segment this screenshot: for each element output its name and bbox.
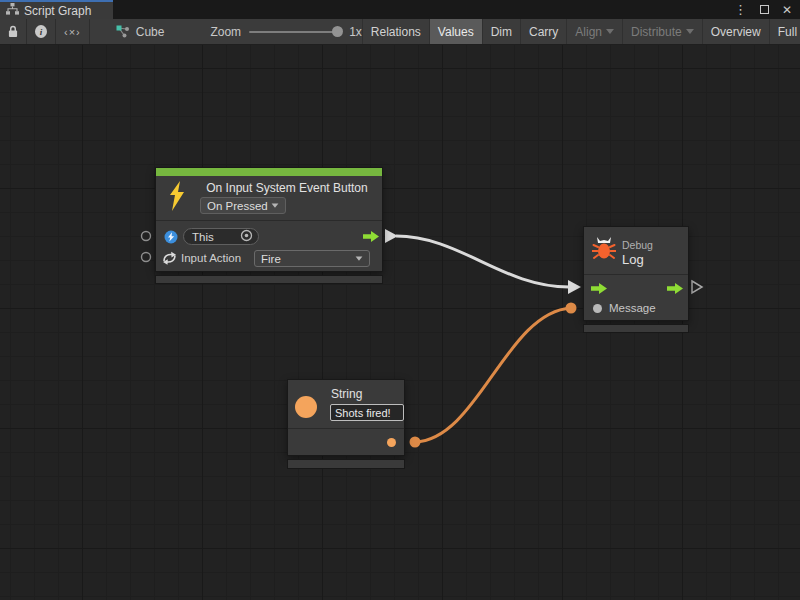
chevron-down-icon: [606, 29, 614, 34]
relations-button[interactable]: Relations: [362, 19, 429, 44]
carry-button[interactable]: Carry: [520, 19, 566, 44]
string-node-title: String: [331, 387, 362, 401]
graph-canvas[interactable]: [0, 45, 800, 600]
zoom-label: Zoom: [210, 25, 241, 39]
overview-button[interactable]: Overview: [702, 19, 769, 44]
target-label: Cube: [136, 25, 165, 39]
input-action-icon: [162, 251, 177, 265]
debug-flow-input-port[interactable]: [591, 283, 607, 294]
this-field-value: This: [192, 231, 214, 243]
string-value-field[interactable]: Shots fired!: [330, 404, 404, 421]
tab-script-graph[interactable]: Script Graph: [0, 0, 113, 19]
chevron-down-icon: [686, 29, 694, 34]
input-action-value: Fire: [261, 253, 281, 265]
chevron-down-icon: [356, 256, 363, 260]
string-node-footer: [287, 459, 405, 469]
value-wire-start-dot-icon: [410, 437, 421, 448]
string-node[interactable]: String Shots fired!: [287, 379, 405, 456]
distribute-label: Distribute: [631, 25, 682, 39]
message-port-label: Message: [609, 302, 656, 314]
align-label: Align: [575, 25, 602, 39]
input-action-dropdown[interactable]: Fire: [254, 250, 370, 267]
this-object-field[interactable]: This: [183, 228, 259, 245]
lock-icon: [8, 25, 18, 38]
values-label: Values: [438, 25, 474, 39]
debug-flow-output-port[interactable]: [667, 283, 683, 294]
input-action-label: Input Action: [181, 252, 241, 264]
zoom-value: 1x: [349, 25, 362, 39]
self-port-icon[interactable]: [164, 230, 178, 244]
dim-button[interactable]: Dim: [482, 19, 520, 44]
graph-inspector-button[interactable]: i: [27, 19, 56, 44]
full-screen-label: Full Screen: [778, 25, 800, 39]
debug-node-category: Debug: [622, 239, 653, 251]
value-wire-end-dot-icon: [566, 303, 577, 314]
object-picker-icon[interactable]: [240, 229, 253, 244]
message-input-port[interactable]: [593, 304, 602, 313]
debug-node-footer: [583, 324, 689, 333]
event-node-colorbar: [156, 168, 382, 176]
divider: [584, 274, 688, 275]
maximize-icon[interactable]: [760, 5, 769, 14]
title-bar: Script Graph: [0, 0, 800, 19]
string-type-icon: [295, 396, 317, 418]
overview-label: Overview: [711, 25, 761, 39]
code-brackets-icon: ‹×›: [64, 26, 81, 38]
align-button[interactable]: Align: [566, 19, 622, 44]
edit-source-button[interactable]: ‹×›: [56, 19, 90, 44]
trigger-dropdown[interactable]: On Pressed: [200, 197, 286, 214]
trigger-dropdown-value: On Pressed: [207, 200, 268, 212]
zoom-control: Zoom 1x: [210, 19, 361, 44]
divider: [288, 428, 404, 429]
event-node-outer-port-2[interactable]: [142, 253, 151, 262]
string-value: Shots fired!: [335, 407, 391, 419]
distribute-button[interactable]: Distribute: [622, 19, 702, 44]
zoom-slider[interactable]: [249, 31, 341, 33]
event-node-title: On Input System Event Button: [196, 181, 378, 195]
graph-toolbar: i ‹×› Cube Zoom 1x Relations Values Dim: [0, 19, 800, 45]
full-screen-button[interactable]: Full Screen: [769, 19, 800, 44]
tab-title: Script Graph: [24, 4, 91, 18]
close-icon[interactable]: [782, 4, 792, 16]
values-button[interactable]: Values: [429, 19, 482, 44]
bug-icon: [592, 236, 616, 260]
debug-node-title: Log: [622, 252, 644, 267]
info-icon: i: [35, 25, 47, 38]
zoom-slider-knob[interactable]: [332, 26, 343, 37]
string-output-port[interactable]: [387, 438, 396, 447]
relations-label: Relations: [371, 25, 421, 39]
graph-nodes-icon: [116, 25, 130, 38]
event-flow-output-port[interactable]: [363, 231, 379, 242]
lock-graph-button[interactable]: [0, 19, 27, 44]
divider: [156, 220, 382, 221]
window-menu-icon[interactable]: [734, 3, 747, 16]
lightning-icon: [167, 181, 187, 211]
carry-label: Carry: [529, 25, 558, 39]
graph-hierarchy-icon: [6, 3, 19, 18]
event-node[interactable]: On Input System Event Button On Pressed …: [155, 167, 383, 272]
event-node-outer-port-1[interactable]: [142, 232, 151, 241]
dim-label: Dim: [491, 25, 512, 39]
graph-target-selector[interactable]: Cube: [104, 19, 177, 44]
debug-log-node[interactable]: Debug Log Message: [583, 226, 689, 321]
chevron-down-icon: [272, 203, 279, 207]
event-node-footer: [155, 275, 383, 284]
